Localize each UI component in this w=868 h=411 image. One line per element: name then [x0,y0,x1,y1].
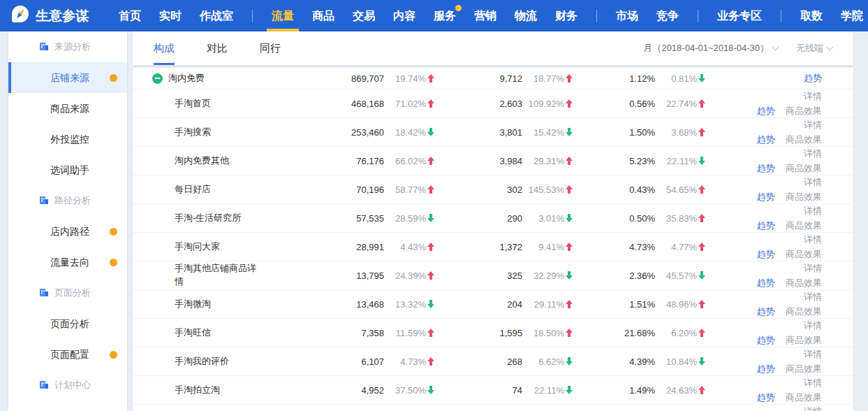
trend-link[interactable]: 趋势 [756,106,774,116]
sidebar-item-label: 页面分析 [50,318,89,329]
nav-item[interactable]: 交易 [353,0,375,31]
nav-item[interactable]: 财务 [555,0,578,31]
nav-item[interactable]: 业务专区 [717,0,762,31]
visitors-change: 11.59% [384,328,434,338]
nav-item-label: 作战室 [200,10,233,22]
detail-link[interactable]: 详情 [804,263,822,273]
sidebar-item[interactable]: 选词助手 [8,154,127,185]
nav-item[interactable]: 流量 [272,0,294,31]
nav-item[interactable]: 营销 [474,0,496,31]
sidebar-item[interactable]: 店铺来源 [8,62,127,93]
nav-item[interactable]: 市场 [616,0,638,31]
conversion-value: 1.12% [573,73,655,84]
row-actions: 详情 趋势 商品效果 [748,89,853,118]
notification-dot-icon [455,5,462,11]
detail-link[interactable]: 详情 [804,377,822,388]
table-row: 手淘首页 468,168 71.02% 2,603 109.92% 0.56% … [133,89,853,118]
sidebar-section-header: 路径分析 [8,185,127,216]
nav-item[interactable]: 作战室 [200,0,233,31]
trend-link[interactable]: 趋势 [756,277,774,288]
conversion-value: 21.68% [573,328,655,338]
nav-item[interactable]: 物流 [515,0,537,31]
detail-link[interactable]: 详情 [804,177,822,187]
change-arrow-icon [698,243,705,251]
product-effect-link[interactable]: 商品效果 [786,220,822,231]
nav-item-label: 物流 [515,10,537,22]
detail-link[interactable]: 详情 [804,320,822,331]
detail-link[interactable]: 详情 [804,349,822,359]
new-feature-dot-icon [110,351,117,359]
product-effect-link[interactable]: 商品效果 [786,363,822,374]
detail-link[interactable]: 详情 [804,291,822,302]
detail-link[interactable]: 详情 [804,234,822,245]
visitors-change: 71.02% [384,99,434,109]
nav-divider [698,10,698,22]
nav-item[interactable]: 学院 [841,0,863,31]
trend-link[interactable]: 趋势 [756,335,774,345]
sidebar-item[interactable]: 页面分析 [8,308,127,339]
source-name: 手淘搜索 [175,126,211,139]
tab[interactable]: 对比 [207,31,228,65]
sidebar-item[interactable]: 流量去向 [8,247,127,277]
terminal-selector[interactable]: 无线端 [796,42,832,55]
product-effect-link[interactable]: 商品效果 [786,106,822,116]
detail-link[interactable]: 详情 [804,406,822,411]
visitors-value: 468,168 [283,99,384,109]
detail-link[interactable]: 详情 [804,206,822,216]
trend-link[interactable]: 趋势 [756,249,774,259]
trend-link[interactable]: 趋势 [804,73,822,83]
nav-item[interactable]: 内容 [393,0,415,31]
detail-link[interactable]: 详情 [804,120,822,130]
nav-item[interactable]: 首页 [119,0,141,31]
buyers-change: 29.11% [522,299,573,310]
nav-item[interactable]: 取数 [800,0,823,31]
nav-item[interactable]: 服务 [434,0,456,31]
trend-link[interactable]: 趋势 [756,306,774,317]
trend-link[interactable]: 趋势 [756,220,774,231]
source-name-cell: 淘内免费其他 [133,154,283,168]
source-name-cell: 手淘拍立淘 [133,384,283,397]
sidebar-item[interactable]: 运营计划 [8,401,127,411]
collapse-toggle-icon[interactable] [152,73,163,84]
change-arrow-icon [566,300,573,308]
product-effect-link[interactable]: 商品效果 [786,134,822,145]
product-effect-link[interactable]: 商品效果 [786,335,822,345]
sidebar-item[interactable]: 店内路径 [8,216,127,247]
product-effect-link[interactable]: 商品效果 [786,249,822,259]
conversion-value: 4.39% [573,356,655,367]
sidebar-item[interactable]: 外投监控 [8,124,127,154]
product-effect-link[interactable]: 商品效果 [786,306,822,317]
product-effect-link[interactable]: 商品效果 [786,163,822,173]
product-effect-link[interactable]: 商品效果 [786,192,822,202]
tab[interactable]: 同行 [260,31,281,65]
visitors-value: 869,707 [283,73,384,84]
table-row: 手淘旺信 7,358 11.59% 1,595 18.50% 21.68% 6.… [133,319,853,347]
nav-item[interactable]: 实时 [159,0,182,31]
change-arrow-icon [427,185,434,194]
change-arrow-icon [427,157,434,165]
app-logo[interactable]: 生意参谋 [11,5,89,27]
nav-item[interactable]: 竞争 [656,0,679,31]
nav-item[interactable]: 商品 [312,0,334,31]
tab[interactable]: 构成 [154,31,175,65]
change-arrow-icon [427,300,434,308]
buyers-value: 3,984 [434,156,522,166]
traffic-source-table: 淘内免费 869,707 19.74% 9,712 18.77% 1.12% 0… [133,68,853,411]
conversion-change: 3.68% [655,127,705,138]
detail-link[interactable]: 详情 [804,148,822,159]
buyers-change: 18.50% [522,328,573,338]
sidebar-item[interactable]: 页面配置 [8,339,127,370]
product-effect-link[interactable]: 商品效果 [786,392,822,403]
product-effect-link[interactable]: 商品效果 [786,277,822,288]
sidebar-item-label: 商品来源 [50,103,89,114]
date-range-selector[interactable]: 月（2018-04-01~2018-04-30） [643,42,778,55]
change-arrow-icon [698,357,705,366]
detail-link[interactable]: 详情 [804,91,822,101]
trend-link[interactable]: 趋势 [756,363,774,374]
trend-link[interactable]: 趋势 [756,134,774,145]
trend-link[interactable]: 趋势 [756,163,774,173]
trend-link[interactable]: 趋势 [756,392,774,403]
source-name-cell: 手淘搜索 [133,126,283,139]
sidebar-item[interactable]: 商品来源 [8,93,127,124]
trend-link[interactable]: 趋势 [756,192,774,202]
